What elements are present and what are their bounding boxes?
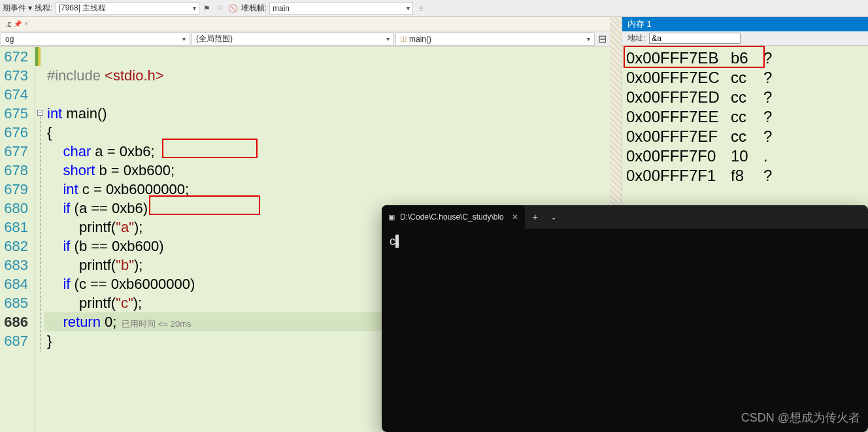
terminal-tab[interactable]: ▣ D:\Code\C.house\C_study\blo ✕ [382,205,525,229]
flag-icon[interactable]: ⚑ [202,3,212,14]
terminal-icon: ▣ [388,213,395,222]
memory-row: 0x00FFF7ECcc? [622,68,868,88]
terminal-titlebar[interactable]: ▣ D:\Code\C.house\C_study\blo ✕ + ⌄ [382,205,868,229]
stackframe-dropdown[interactable]: main [269,2,413,15]
function-dropdown[interactable]: ◫main() [395,32,595,46]
memory-row: 0x00FFF7EDcc? [622,88,868,107]
split-icon[interactable]: ⊟ [595,31,609,46]
stackframe-label: 堆栈帧: [241,3,267,14]
flag-outline-icon[interactable]: ⚐ [215,3,225,14]
stackframe-more-icon[interactable]: ≡ [416,3,426,14]
terminal-window[interactable]: ▣ D:\Code\C.house\C_study\blo ✕ + ⌄ c [382,205,868,432]
tab-strip: .c 📌 × [0,17,622,31]
filter-off-icon[interactable]: 🚫 [228,3,239,14]
thread-label: 线程: [35,3,52,14]
terminal-tab-menu[interactable]: ⌄ [546,214,561,221]
debug-toolbar: 期事件 ▾ 线程: [7968] 主线程 ⚑ ⚐ 🚫 堆栈帧: main ≡ [0,0,868,17]
file-tab[interactable]: .c 📌 × [0,18,33,30]
pin-icon[interactable]: 📌 [14,20,22,27]
memory-row: 0x00FFF7EFcc? [622,127,868,146]
events-label[interactable]: 期事件 ▾ [3,3,32,14]
address-input[interactable]: &a [649,33,741,44]
line-number-gutter: 6726736746756766776786796806816826836846… [0,47,35,432]
navigation-dropdowns: og (全局范围) ◫main() ⊟ ⇆ [0,31,622,47]
collapse-toggle[interactable]: − [37,110,43,116]
memory-row: 0x00FFF7EEcc? [622,107,868,127]
terminal-close-icon[interactable]: ✕ [512,212,518,222]
memory-row: 0x00FFF7F1f8? [622,166,868,186]
thread-dropdown[interactable]: [7968] 主线程 [56,2,199,15]
memory-row: 0x00FFF7EBb6? [622,48,868,68]
address-label: 地址: [627,33,645,44]
scope-dropdown[interactable]: (全局范围) [192,32,394,46]
terminal-cursor [395,235,399,248]
terminal-add-tab[interactable]: + [525,212,546,222]
outline-margin[interactable]: − [35,47,44,432]
memory-row: 0x00FFF7F010. [622,146,868,166]
cube-icon: ◫ [400,35,407,43]
memory-title[interactable]: 内存 1 [622,17,868,31]
project-dropdown[interactable]: og [1,32,190,46]
close-tab-icon[interactable]: × [24,20,28,27]
memory-address-bar: 地址: &a [622,31,868,46]
terminal-output[interactable]: c [382,229,868,432]
